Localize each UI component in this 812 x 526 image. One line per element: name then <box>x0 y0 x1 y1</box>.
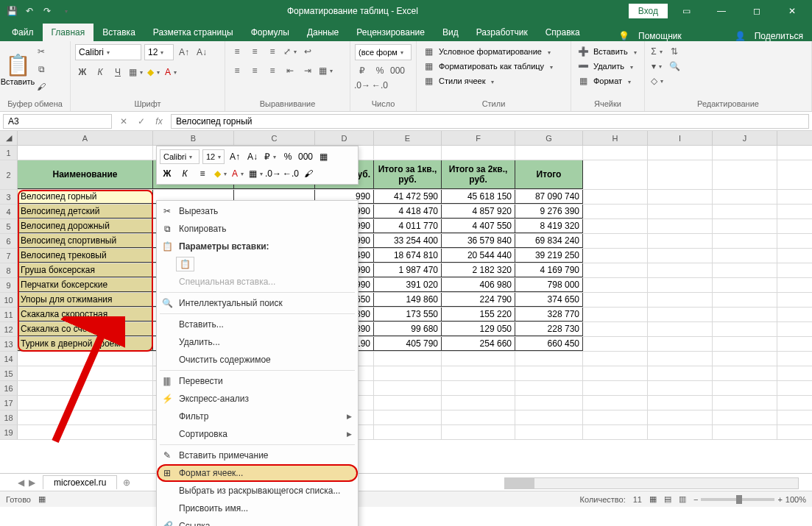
close-icon[interactable]: ✕ <box>775 0 809 22</box>
context-menu-item[interactable]: Очистить содержимое <box>157 351 358 369</box>
cell[interactable]: 374 650 <box>515 293 583 307</box>
col-header-I[interactable]: I <box>648 131 713 145</box>
zoom-out-icon[interactable]: − <box>693 495 698 504</box>
tab-page-layout[interactable]: Разметка страницы <box>144 24 242 41</box>
ribbon-options-icon[interactable]: ▭ <box>669 0 703 22</box>
minimize-icon[interactable]: — <box>705 0 738 22</box>
mini-italic-button[interactable]: К <box>177 166 192 181</box>
cond-format-button[interactable]: Условное форматирование <box>439 47 542 56</box>
col-header-F[interactable]: F <box>442 131 515 145</box>
row-header[interactable]: 5 <box>0 219 18 233</box>
wrap-text-icon[interactable]: ↩ <box>300 44 315 59</box>
mini-merge-icon[interactable]: ▦ <box>316 149 331 164</box>
fill-color-icon[interactable]: ◆ <box>146 65 160 79</box>
context-menu-item[interactable]: ⊞Формат ячеек... <box>157 464 358 482</box>
macro-record-icon[interactable]: ▦ <box>38 494 46 504</box>
row-header[interactable]: 17 <box>0 396 18 410</box>
horizontal-scrollbar[interactable] <box>504 477 799 489</box>
mini-currency-icon[interactable]: ₽ <box>263 149 278 164</box>
cell[interactable]: 228 730 <box>515 322 583 336</box>
row-header[interactable]: 2 <box>0 160 18 189</box>
cell[interactable]: 99 680 <box>374 322 442 336</box>
mini-percent-icon[interactable]: % <box>280 149 295 164</box>
row-header[interactable]: 9 <box>0 278 18 292</box>
mini-bold-button[interactable]: Ж <box>160 166 174 181</box>
orientation-icon[interactable]: ⤢ <box>283 44 297 59</box>
cell[interactable]: 1 987 470 <box>374 263 442 277</box>
cell[interactable]: 87 090 740 <box>515 190 583 204</box>
clear-icon[interactable]: ◇ <box>649 74 664 88</box>
cell[interactable]: 328 770 <box>515 308 583 321</box>
cell[interactable]: Груша боксерская <box>18 263 153 277</box>
cell[interactable]: Велосипед трековый <box>18 249 153 263</box>
number-format-select[interactable]: (все форм <box>355 44 412 60</box>
table-header[interactable]: Итого за 2кв., руб. <box>442 160 515 189</box>
indent-decrease-icon[interactable]: ⇤ <box>283 63 297 78</box>
mini-border-icon[interactable]: ▦ <box>248 166 263 181</box>
maximize-icon[interactable]: ◻ <box>740 0 774 22</box>
percent-icon[interactable]: % <box>373 63 387 78</box>
mini-increase-font-icon[interactable]: A↑ <box>227 149 242 164</box>
sheet-nav-next-icon[interactable]: ▶ <box>29 477 35 488</box>
bold-button[interactable]: Ж <box>75 65 90 79</box>
cell[interactable]: Турник в дверной проем <box>18 337 153 351</box>
context-menu-item[interactable]: 🔗Ссылка <box>157 517 358 526</box>
align-right-icon[interactable]: ≡ <box>265 63 280 78</box>
tab-help[interactable]: Справка <box>537 24 589 41</box>
tell-me[interactable]: Помощник <box>638 31 682 41</box>
currency-icon[interactable]: ₽ <box>355 63 370 78</box>
row-header[interactable]: 19 <box>0 425 18 439</box>
align-center-icon[interactable]: ≡ <box>247 63 262 78</box>
mini-font-name[interactable]: Calibri <box>160 149 200 164</box>
cell[interactable]: 33 254 400 <box>374 234 442 248</box>
new-sheet-icon[interactable]: ⊕ <box>123 477 130 488</box>
context-menu-item[interactable]: Сортировка▶ <box>157 425 358 443</box>
mini-align-icon[interactable]: ≡ <box>195 166 210 181</box>
cell-styles-button[interactable]: Стили ячеек <box>439 77 485 85</box>
format-table-button[interactable]: Форматировать как таблицу <box>439 62 544 71</box>
cancel-formula-icon[interactable]: ✕ <box>115 116 133 127</box>
cell[interactable]: 36 579 840 <box>442 234 515 248</box>
mini-decrease-font-icon[interactable]: A↓ <box>245 149 260 164</box>
row-header[interactable]: 10 <box>0 293 18 307</box>
context-menu-item[interactable]: Вставить... <box>157 316 358 333</box>
name-box[interactable] <box>3 114 112 129</box>
view-break-icon[interactable]: ▥ <box>679 494 686 504</box>
paste-button[interactable]: 📋 Вставить <box>4 51 31 87</box>
mini-inc-decimal-icon[interactable]: .0→ <box>266 166 280 181</box>
font-name-select[interactable]: Calibri <box>75 44 141 60</box>
share-button[interactable]: Поделиться <box>755 31 803 41</box>
cell[interactable]: 254 660 <box>442 337 515 351</box>
cell[interactable]: 405 790 <box>374 337 442 351</box>
tab-data[interactable]: Данные <box>298 24 347 41</box>
format-painter-icon[interactable]: 🖌 <box>34 79 49 94</box>
cell[interactable]: 69 834 240 <box>515 234 583 248</box>
copy-icon[interactable]: ⧉ <box>34 62 49 77</box>
row-header[interactable]: 1 <box>0 146 18 160</box>
context-menu-item[interactable]: 📋Параметры вставки: <box>157 238 358 255</box>
row-header[interactable]: 16 <box>0 381 18 395</box>
row-header[interactable]: 12 <box>0 322 18 336</box>
table-header[interactable]: Наименование <box>18 160 153 189</box>
mini-comma-icon[interactable]: 000 <box>298 149 313 164</box>
zoom-level[interactable]: 100% <box>785 495 806 504</box>
font-size-select[interactable]: 12 <box>144 44 174 60</box>
zoom-in-icon[interactable]: + <box>777 495 782 504</box>
cell[interactable]: 20 544 440 <box>442 249 515 263</box>
col-header-C[interactable]: C <box>234 131 315 145</box>
view-page-icon[interactable]: ▤ <box>664 494 671 504</box>
cell[interactable]: 173 550 <box>374 308 442 321</box>
row-header[interactable]: 14 <box>0 352 18 366</box>
cell[interactable]: 660 450 <box>515 337 583 351</box>
cell[interactable]: Велосипед дорожный <box>18 219 153 233</box>
cell[interactable]: 4 857 920 <box>442 205 515 218</box>
merge-icon[interactable]: ▦ <box>318 63 333 78</box>
decrease-font-icon[interactable]: A↓ <box>194 45 209 60</box>
cut-icon[interactable]: ✂ <box>34 44 49 59</box>
decrease-decimal-icon[interactable]: ←.0 <box>373 78 387 93</box>
cell[interactable]: 45 618 150 <box>442 190 515 204</box>
context-menu-item[interactable]: ⧉Копировать <box>157 220 358 238</box>
col-header-G[interactable]: G <box>515 131 583 145</box>
increase-decimal-icon[interactable]: .0→ <box>355 78 370 93</box>
cell[interactable]: 41 472 590 <box>374 190 442 204</box>
